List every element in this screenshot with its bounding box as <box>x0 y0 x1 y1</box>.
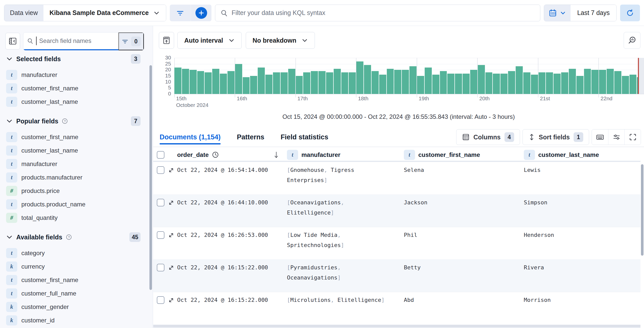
expand-document-icon[interactable] <box>168 264 175 271</box>
histogram-bar[interactable] <box>258 68 265 94</box>
histogram-bar[interactable] <box>622 76 629 94</box>
histogram-bar[interactable] <box>417 76 424 94</box>
field-item[interactable]: tcustomer_first_name <box>0 130 153 144</box>
histogram-bar[interactable] <box>273 72 280 94</box>
histogram-bar[interactable] <box>243 77 250 94</box>
histogram-chart[interactable]: 051015202530 15thOctober 202416th17th18t… <box>153 26 644 110</box>
histogram-bar[interactable] <box>220 74 227 94</box>
sort-descending-icon[interactable] <box>273 151 279 159</box>
field-item[interactable]: kcurrency <box>0 260 153 273</box>
select-row-checkbox[interactable] <box>157 231 164 239</box>
time-range-button[interactable]: Last 7 days <box>571 5 616 21</box>
section-header[interactable]: Popular fields?7 <box>0 116 153 126</box>
histogram-bar[interactable] <box>212 69 219 94</box>
histogram-bar[interactable] <box>379 75 386 94</box>
date-quick-select-button[interactable] <box>544 5 571 21</box>
histogram-bar[interactable] <box>455 74 462 94</box>
select-row-checkbox[interactable] <box>157 296 164 304</box>
histogram-bar[interactable] <box>607 69 614 94</box>
sort-fields-button[interactable]: Sort fields 1 <box>523 129 589 145</box>
histogram-bar[interactable] <box>546 72 553 94</box>
collapse-sidebar-button[interactable] <box>5 33 20 50</box>
histogram-bar[interactable] <box>174 68 181 94</box>
column-header-customer-first-name[interactable]: t customer_first_name <box>402 150 522 160</box>
help-icon[interactable]: ? <box>66 234 72 240</box>
histogram-bar[interactable] <box>440 71 447 94</box>
field-item[interactable]: tproducts.manufacturer <box>0 171 153 184</box>
field-item[interactable]: #products.price <box>0 184 153 198</box>
expand-document-icon[interactable] <box>168 232 175 239</box>
table-vertical-scrollbar[interactable] <box>641 164 643 256</box>
table-row[interactable]: Oct 22, 2024 @ 16:26:53.000[Low Tide Med… <box>153 227 640 259</box>
field-item[interactable]: tmanufacturer <box>0 68 153 81</box>
expand-document-icon[interactable] <box>168 167 175 174</box>
field-item[interactable]: tmanufacturer <box>0 157 153 171</box>
select-all-checkbox[interactable] <box>157 151 164 159</box>
field-item[interactable]: tcustomer_first_name <box>0 273 153 287</box>
tab-field-statistics[interactable]: Field statistics <box>281 127 328 147</box>
fullscreen-button[interactable] <box>624 129 641 145</box>
histogram-bar[interactable] <box>463 74 470 94</box>
histogram-bar[interactable] <box>485 72 493 94</box>
histogram-bar[interactable] <box>630 75 637 94</box>
section-header[interactable]: Selected fields3 <box>0 54 153 64</box>
columns-button[interactable]: Columns 4 <box>456 129 520 145</box>
section-header[interactable]: Available fields?45 <box>0 232 153 242</box>
help-icon[interactable]: ? <box>62 118 68 124</box>
histogram-bar[interactable] <box>432 75 439 94</box>
histogram-bar[interactable] <box>334 69 341 94</box>
histogram-bar[interactable] <box>288 69 295 94</box>
histogram-bar[interactable] <box>182 69 189 94</box>
histogram-bar[interactable] <box>372 71 379 94</box>
add-filter-icon-button[interactable] <box>170 5 191 21</box>
field-item[interactable]: tcustomer_full_name <box>0 287 153 300</box>
select-row-checkbox[interactable] <box>157 166 164 174</box>
add-plus-button[interactable] <box>191 5 211 21</box>
histogram-bar[interactable] <box>409 66 417 94</box>
histogram-bar[interactable] <box>364 65 371 94</box>
table-row[interactable]: Oct 22, 2024 @ 16:44:10.000[Oceanavigati… <box>153 194 640 227</box>
histogram-bar[interactable] <box>516 66 523 94</box>
expand-document-icon[interactable] <box>168 297 175 304</box>
histogram-bar[interactable] <box>539 72 546 94</box>
histogram-bar[interactable] <box>311 71 318 94</box>
field-search-input[interactable]: Search field names <box>23 32 118 50</box>
table-row[interactable]: Oct 22, 2024 @ 16:54:14.000[Gnomehouse, … <box>153 162 640 194</box>
histogram-bar[interactable] <box>425 68 432 94</box>
histogram-bar[interactable] <box>402 70 409 94</box>
field-item[interactable]: tcustomer_last_name <box>0 144 153 157</box>
table-horizontal-scrollbar[interactable] <box>153 325 640 327</box>
histogram-bar[interactable] <box>227 71 235 94</box>
field-item[interactable]: tcategory <box>0 246 153 260</box>
histogram-bar[interactable] <box>197 71 204 94</box>
histogram-bar[interactable] <box>599 70 606 94</box>
histogram-bar[interactable] <box>356 61 363 94</box>
table-row[interactable]: Oct 22, 2024 @ 16:15:22.000[Microlutions… <box>153 292 640 324</box>
sidebar-scrollbar[interactable] <box>149 65 152 290</box>
field-item[interactable]: tcustomer_first_name <box>0 81 153 95</box>
column-header-manufacturer[interactable]: t manufacturer <box>285 150 402 160</box>
histogram-bar[interactable] <box>205 72 212 94</box>
table-row[interactable]: Oct 22, 2024 @ 16:15:22.000[Pyramidustri… <box>153 259 640 292</box>
keyboard-shortcuts-button[interactable] <box>592 129 608 145</box>
histogram-bar[interactable] <box>303 72 310 94</box>
histogram-bar[interactable] <box>265 75 272 94</box>
histogram-bar[interactable] <box>569 69 576 94</box>
display-options-button[interactable] <box>608 129 624 145</box>
histogram-bar[interactable] <box>554 74 561 94</box>
histogram-bar[interactable] <box>250 76 257 94</box>
histogram-bar[interactable] <box>447 74 454 94</box>
histogram-bar[interactable] <box>349 72 356 94</box>
histogram-bar[interactable] <box>387 69 394 94</box>
column-header-order-date[interactable]: order_date <box>175 151 285 159</box>
histogram-bar[interactable] <box>584 69 591 94</box>
select-row-checkbox[interactable] <box>157 264 164 271</box>
field-filter-button[interactable]: 0 <box>118 32 144 50</box>
histogram-bar[interactable] <box>341 72 348 94</box>
histogram-bar[interactable] <box>493 74 500 94</box>
histogram-bar[interactable] <box>281 72 288 94</box>
histogram-bar[interactable] <box>523 72 530 94</box>
kql-input[interactable] <box>232 9 535 17</box>
histogram-bar[interactable] <box>235 64 242 94</box>
histogram-bar[interactable] <box>531 75 538 94</box>
